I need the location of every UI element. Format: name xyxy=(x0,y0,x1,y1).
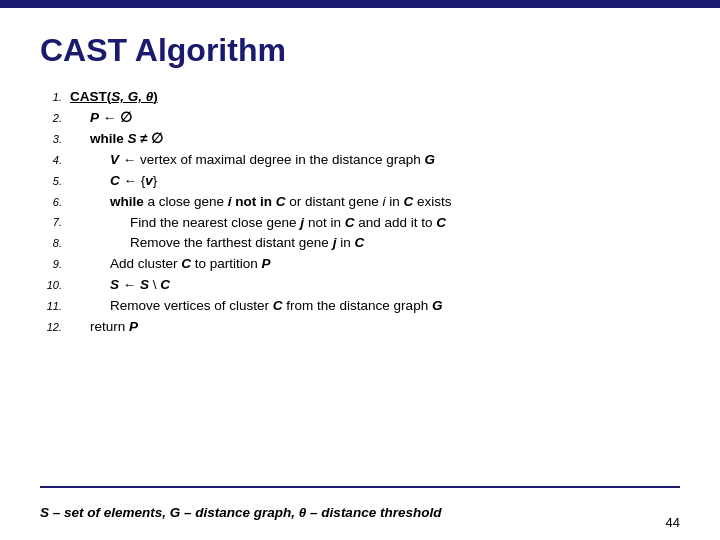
not-in-text: not in xyxy=(232,194,276,209)
line-content-8: Remove the farthest distant gene j in C xyxy=(70,233,680,254)
footnote: S – set of elements, G – distance graph,… xyxy=(40,505,680,520)
line-content-7: Find the nearest close gene j not in C a… xyxy=(70,213,680,234)
slide: CAST Algorithm 1. CAST(S, G, θ) 2. P ← ∅… xyxy=(0,0,720,540)
or-text: or distant gene xyxy=(286,194,383,209)
line-2: 2. P ← ∅ xyxy=(40,108,680,129)
line-num-9: 9. xyxy=(40,256,62,273)
line-num-8: 8. xyxy=(40,235,62,252)
while-keyword-2: while xyxy=(110,194,144,209)
arrow-vertex: ← vertex of maximal degree in the distan… xyxy=(119,152,424,167)
line-num-12: 12. xyxy=(40,319,62,336)
cast-function: CAST(S, G, θ) xyxy=(70,89,158,104)
line-4: 4. V ← vertex of maximal degree in the d… xyxy=(40,150,680,171)
line-num-11: 11. xyxy=(40,298,62,315)
arrow-empty: ← ∅ xyxy=(99,110,132,125)
line-num-6: 6. xyxy=(40,194,62,211)
line-num-4: 4. xyxy=(40,152,62,169)
g-var: G xyxy=(424,152,435,167)
set-minus: \ xyxy=(149,277,160,292)
line-11: 11. Remove vertices of cluster C from th… xyxy=(40,296,680,317)
s-var-3: S xyxy=(140,277,149,292)
line-num-10: 10. xyxy=(40,277,62,294)
line-12: 12. return P xyxy=(40,317,680,338)
p-return: P xyxy=(129,319,138,334)
c-var-6: C xyxy=(354,235,364,250)
exists-text: exists xyxy=(413,194,451,209)
in-c-text: in xyxy=(385,194,403,209)
line-num-1: 1. xyxy=(40,89,62,106)
c-var: C xyxy=(110,173,120,188)
j-var-1: j xyxy=(300,215,304,230)
line-content-1: CAST(S, G, θ) xyxy=(70,87,680,108)
line-num-5: 5. xyxy=(40,173,62,190)
line-content-2: P ← ∅ xyxy=(70,108,680,129)
line-8: 8. Remove the farthest distant gene j in… xyxy=(40,233,680,254)
c-var-4: C xyxy=(345,215,355,230)
algorithm-box: 1. CAST(S, G, θ) 2. P ← ∅ 3. while S ≠ ∅ xyxy=(40,87,680,338)
line-content-4: V ← vertex of maximal degree in the dist… xyxy=(70,150,680,171)
line-7: 7. Find the nearest close gene j not in … xyxy=(40,213,680,234)
line-9: 9. Add cluster C to partition P xyxy=(40,254,680,275)
line-content-12: return P xyxy=(70,317,680,338)
line-content-5: C ← {v} xyxy=(70,171,680,192)
line-3: 3. while S ≠ ∅ xyxy=(40,129,680,150)
line-content-3: while S ≠ ∅ xyxy=(70,129,680,150)
s-var-2: S xyxy=(110,277,119,292)
close-brace: } xyxy=(153,173,158,188)
line-content-10: S ← S \ C xyxy=(70,275,680,296)
top-bar xyxy=(0,0,720,8)
g-var-2: G xyxy=(432,298,443,313)
line-1: 1. CAST(S, G, θ) xyxy=(40,87,680,108)
line-6: 6. while a close gene i not in C or dist… xyxy=(40,192,680,213)
neq-empty: ≠ ∅ xyxy=(137,131,164,146)
line-num-2: 2. xyxy=(40,110,62,127)
p-var-1: P xyxy=(262,256,271,271)
line-content-9: Add cluster C to partition P xyxy=(70,254,680,275)
line-5: 5. C ← {v} xyxy=(40,171,680,192)
line-num-3: 3. xyxy=(40,131,62,148)
s-assign: ← xyxy=(119,277,140,292)
p-assign: P xyxy=(90,110,99,125)
c-var-9: C xyxy=(273,298,283,313)
content: CAST Algorithm 1. CAST(S, G, θ) 2. P ← ∅… xyxy=(0,8,720,358)
j-var-2: j xyxy=(333,235,337,250)
line-10: 10. S ← S \ C xyxy=(40,275,680,296)
close-gene-text: a close gene xyxy=(144,194,228,209)
c-var-3: C xyxy=(403,194,413,209)
c-var-7: C xyxy=(181,256,191,271)
c-var-8: C xyxy=(160,277,170,292)
while-keyword-1: while xyxy=(90,131,128,146)
c-var-5: C xyxy=(436,215,446,230)
v-set: v xyxy=(145,173,153,188)
line-content-11: Remove vertices of cluster C from the di… xyxy=(70,296,680,317)
line-num-7: 7. xyxy=(40,214,62,231)
v-var: V xyxy=(110,152,119,167)
page-number: 44 xyxy=(666,515,680,530)
footer-line xyxy=(40,486,680,488)
s-neq: S xyxy=(128,131,137,146)
page-title: CAST Algorithm xyxy=(40,32,680,69)
arrow-set: ← { xyxy=(120,173,146,188)
footnote-text: S – set of elements, G – distance graph,… xyxy=(40,505,441,520)
line-content-6: while a close gene i not in C or distant… xyxy=(70,192,680,213)
c-var-2: C xyxy=(276,194,286,209)
